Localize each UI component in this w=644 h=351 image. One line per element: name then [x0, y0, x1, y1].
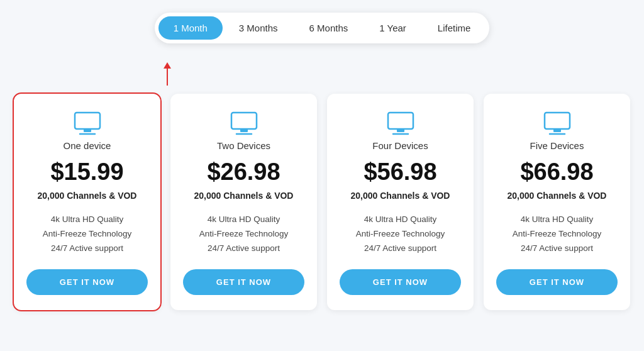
plan-card-five-devices: Five Devices$66.9820,000 Channels & VOD4… [484, 94, 630, 310]
feature-item: Anti-Freeze Technology [340, 226, 461, 241]
features-list: 4k Ultra HD QualityAnti-Freeze Technolog… [340, 212, 461, 255]
feature-item: 4k Ultra HD Quality [340, 212, 461, 226]
feature-item: Anti-Freeze Technology [26, 226, 148, 241]
get-it-now-button[interactable]: GET IT NOW [183, 269, 304, 295]
svg-rect-9 [397, 129, 404, 132]
monitor-icon [543, 111, 571, 135]
period-btn-3months[interactable]: 3 Months [224, 16, 293, 40]
channels-label: 20,000 Channels & VOD [508, 191, 607, 201]
feature-item: 4k Ultra HD Quality [496, 212, 618, 226]
plan-card-one-device: One device$15.9920,000 Channels & VOD4k … [14, 94, 160, 310]
device-label: Four Devices [372, 140, 428, 151]
get-it-now-button[interactable]: GET IT NOW [496, 269, 618, 295]
plan-price: $26.98 [207, 159, 280, 186]
svg-rect-0 [75, 113, 100, 129]
period-btn-lifetime[interactable]: Lifetime [423, 16, 486, 40]
svg-rect-1 [84, 129, 91, 132]
feature-item: 24/7 Active support [183, 241, 304, 255]
svg-rect-4 [231, 113, 257, 129]
feature-item: Anti-Freeze Technology [496, 226, 618, 241]
feature-item: 4k Ultra HD Quality [183, 212, 304, 226]
feature-item: 24/7 Active support [496, 241, 618, 255]
feature-item: 24/7 Active support [26, 241, 148, 255]
channels-label: 20,000 Channels & VOD [351, 191, 450, 201]
arrow-line [167, 68, 168, 86]
get-it-now-button[interactable]: GET IT NOW [340, 269, 461, 295]
feature-item: Anti-Freeze Technology [183, 226, 304, 241]
channels-label: 20,000 Channels & VOD [194, 191, 294, 201]
svg-rect-8 [388, 113, 413, 129]
get-it-now-button[interactable]: GET IT NOW [26, 269, 148, 295]
feature-item: 24/7 Active support [340, 241, 461, 255]
arrow-annotation [13, 62, 631, 87]
channels-label: 20,000 Channels & VOD [38, 191, 137, 201]
period-btn-1month[interactable]: 1 Month [158, 16, 223, 40]
feature-item: 4k Ultra HD Quality [26, 212, 148, 226]
period-btn-1year[interactable]: 1 Year [364, 16, 421, 40]
plans-grid: One device$15.9920,000 Channels & VOD4k … [14, 94, 630, 310]
svg-rect-12 [545, 113, 570, 129]
svg-rect-13 [553, 129, 561, 132]
monitor-icon [230, 111, 258, 135]
features-list: 4k Ultra HD QualityAnti-Freeze Technolog… [496, 212, 618, 255]
plan-card-two-devices: Two Devices$26.9820,000 Channels & VOD4k… [170, 94, 317, 310]
plan-price: $15.99 [50, 159, 123, 186]
svg-rect-5 [240, 129, 248, 132]
monitor-icon [74, 111, 101, 135]
period-btn-6months[interactable]: 6 Months [294, 16, 364, 40]
period-selector: 1 Month3 Months6 Months1 YearLifetime [155, 13, 490, 43]
device-label: Two Devices [217, 140, 270, 151]
features-list: 4k Ultra HD QualityAnti-Freeze Technolog… [26, 212, 148, 255]
features-list: 4k Ultra HD QualityAnti-Freeze Technolog… [183, 212, 304, 255]
plan-price: $66.98 [520, 159, 593, 186]
plan-price: $56.98 [364, 159, 436, 186]
device-label: One device [64, 140, 111, 151]
plan-card-four-devices: Four Devices$56.9820,000 Channels & VOD4… [327, 94, 474, 310]
device-label: Five Devices [530, 140, 584, 151]
monitor-icon [387, 111, 414, 135]
